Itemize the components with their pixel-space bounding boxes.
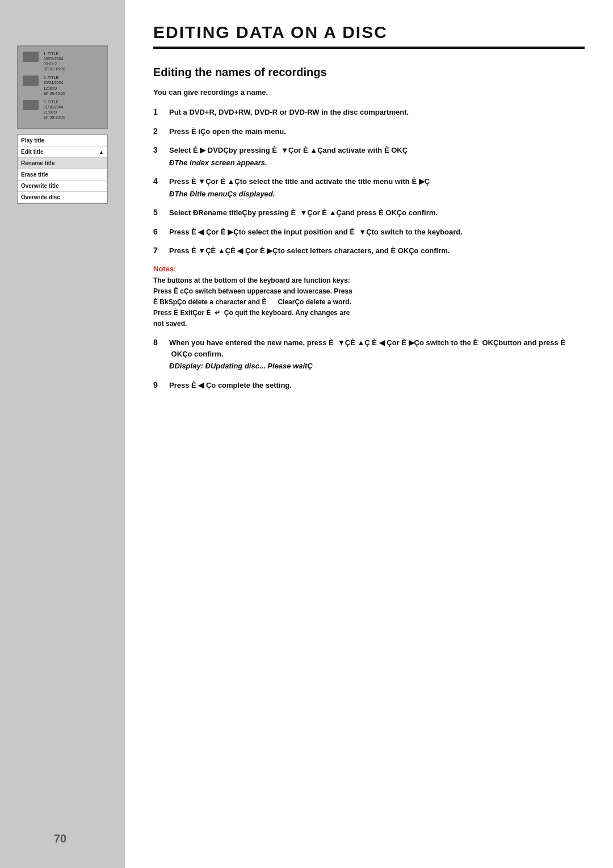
step-4-sub: ÐThe Ðitle menuÇs displayed. [169,188,585,200]
menu-item-overwrite-disc[interactable]: Overwrite disc [18,192,107,203]
menu-item-overwrite-title-label: Overwrite title [21,183,59,189]
screen-panel: 1. TITLE26/09/200400:01:2SP 01:15:00 2. … [17,45,108,129]
notes-section: Notes: The buttons at the bottom of the … [153,265,585,330]
step-2: 2 Press È iÇo open the main menu. [153,126,585,137]
menu-item-overwrite-disc-label: Overwrite disc [21,194,60,200]
step-9: 9 Press È ◀ Ço complete the setting. [153,380,585,391]
notes-label: Notes: [153,265,585,273]
step-5: 5 Select ÐRename titleÇby pressing È ▼Ço… [153,207,585,219]
menu-item-erase-title[interactable]: Erase title [18,169,107,181]
step-3: 3 Select È ▶ DVDÇby pressing È ▼Çor È ▲Ç… [153,145,585,168]
step-6-text: Press È ◀ Çor È ▶Çto select the input po… [169,227,585,238]
menu-item-play-title[interactable]: Play title [18,135,107,146]
steps-list: 1 Put a DVD+R, DVD+RW, DVD-R or DVD-RW i… [153,107,585,257]
step-7-num: 7 [153,245,169,255]
step-3-text: Select È ▶ DVDÇby pressing È ▼Çor È ▲Çan… [169,145,585,168]
menu-item-overwrite-title[interactable]: Overwrite title [18,181,107,192]
screen-entry-3: 3. TITLE01/10/200421:00:0SP 09:30:00 [23,99,102,120]
step-2-text: Press È iÇo open the main menu. [169,126,585,137]
sidebar-menu: Play title Edit title ▲ Rename title Era… [17,135,108,204]
page-title: EDITING DATA ON A DISC [153,23,585,49]
entry-text-1: 1. TITLE26/09/200400:01:2SP 01:15:00 [43,51,65,72]
step-4: 4 Press È ▼Çor È ▲Çto select the title a… [153,176,585,199]
thumb-2 [23,76,39,86]
entry-text-3: 3. TITLE01/10/200421:00:0SP 09:30:00 [43,99,65,120]
step-8-num: 8 [153,337,169,347]
step-4-text: Press È ▼Çor È ▲Çto select the title and… [169,176,585,199]
step-4-num: 4 [153,176,169,186]
step-1: 1 Put a DVD+R, DVD+RW, DVD-R or DVD-RW i… [153,107,585,118]
step-2-num: 2 [153,126,169,136]
steps-after-notes: 8 When you have entered the new name, pr… [153,337,585,391]
main-content: EDITING DATA ON A DISC Editing the names… [125,0,613,868]
step-5-text: Select ÐRename titleÇby pressing È ▼Çor … [169,207,585,219]
entry-text-2: 2. TITLE20/04/200412:30:0SP 00:45:00 [43,75,65,95]
menu-item-rename-title[interactable]: Rename title [18,158,107,169]
menu-item-edit-title-label: Edit title [21,149,43,155]
arrow-up-icon: ▲ [99,149,104,155]
step-3-sub: ÐThe index screen appears. [169,157,585,169]
thumb-3 [23,100,39,110]
sidebar: 1. TITLE26/09/200400:01:2SP 01:15:00 2. … [0,0,125,868]
step-8-text: When you have entered the new name, pres… [169,337,585,372]
step-9-num: 9 [153,380,169,389]
section-title: Editing the names of recordings [153,66,585,79]
step-1-text: Put a DVD+R, DVD+RW, DVD-R or DVD-RW in … [169,107,585,118]
step-7-text: Press È ▼ÇÈ ▲ÇÈ ◀ Çor È ▶Çto select lett… [169,245,585,257]
step-6-num: 6 [153,227,169,236]
screen-entry-2: 2. TITLE20/04/200412:30:0SP 00:45:00 [23,75,102,95]
page-number: 70 [54,832,66,845]
step-6: 6 Press È ◀ Çor È ▶Çto select the input … [153,227,585,238]
menu-item-play-title-label: Play title [21,137,44,144]
screen-entry-1: 1. TITLE26/09/200400:01:2SP 01:15:00 [23,51,102,72]
step-3-num: 3 [153,145,169,154]
intro-text: You can give recordings a name. [153,88,585,97]
step-8: 8 When you have entered the new name, pr… [153,337,585,372]
step-8-sub: ÐDisplay: ÐUpdating disc... Please waitÇ [169,360,585,372]
notes-text: The buttons at the bottom of the keyboar… [153,275,585,330]
step-7: 7 Press È ▼ÇÈ ▲ÇÈ ◀ Çor È ▶Çto select le… [153,245,585,257]
step-5-num: 5 [153,207,169,217]
thumb-1 [23,52,39,62]
step-1-num: 1 [153,107,169,116]
step-9-text: Press È ◀ Ço complete the setting. [169,380,585,391]
menu-item-erase-title-label: Erase title [21,171,48,178]
menu-item-edit-title[interactable]: Edit title ▲ [18,146,107,158]
menu-item-rename-title-label: Rename title [21,160,54,166]
